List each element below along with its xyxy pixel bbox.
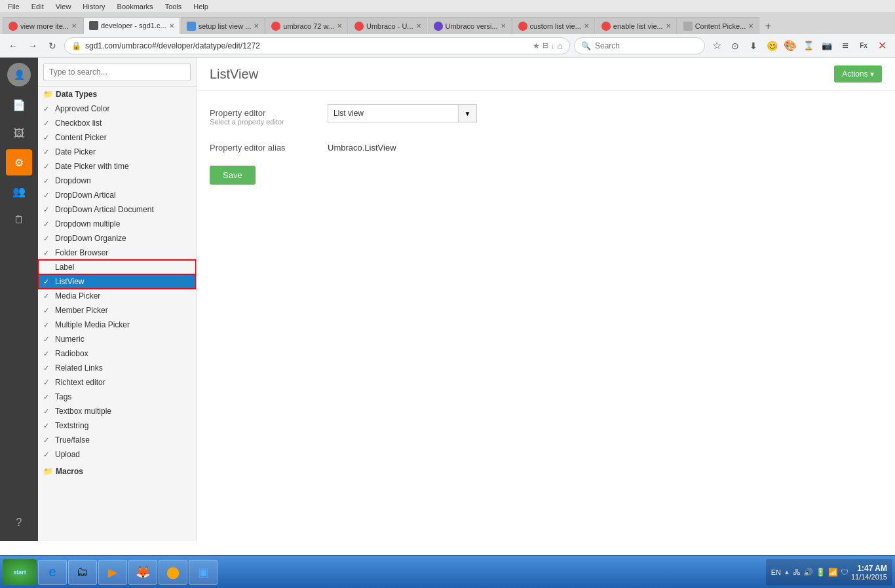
tree-item[interactable]: ✓ListView (38, 274, 196, 289)
back-button[interactable]: ← (5, 38, 21, 54)
forward-button[interactable]: → (25, 38, 41, 54)
chevron-up-icon[interactable]: ▲ (784, 568, 790, 576)
tree-item[interactable]: ✓Dropdown multiple (38, 217, 196, 231)
taskbar-app6[interactable]: ▣ (189, 560, 218, 585)
taskbar-explorer[interactable]: 🗂 (68, 560, 97, 585)
nav-tools: ☆ ⊙ ⬇ 😊 🎨 ⌛ 📷 ≡ Fx ✕ (709, 38, 890, 54)
tab-3[interactable]: setup list view ... ✕ (181, 17, 265, 34)
tree-item[interactable]: ✓Date Picker with time (38, 159, 196, 174)
fx-icon[interactable]: Fx (856, 38, 871, 54)
refresh-button[interactable]: ↻ (45, 38, 60, 54)
sidebar-icon-help[interactable]: ? (6, 509, 32, 536)
screenshot-icon[interactable]: 📷 (819, 38, 835, 54)
tab-9[interactable]: Content Picke... ✕ (677, 17, 760, 34)
tab-6-close[interactable]: ✕ (501, 22, 506, 29)
tree-item[interactable]: ✓Tags (38, 390, 196, 404)
tree-item[interactable]: ✓Folder Browser (38, 246, 196, 260)
select-arrow[interactable]: ▼ (459, 104, 477, 122)
tree-item[interactable]: ✓Textstring (38, 418, 196, 433)
tab-6-label: Umbraco versi... (446, 22, 498, 30)
menu-view[interactable]: View (50, 0, 77, 13)
tab-4[interactable]: umbraco 72 w... ✕ (265, 17, 348, 34)
tree-item[interactable]: ✓Multiple Media Picker (38, 318, 196, 332)
tree-item[interactable]: ✓DropDown Artical (38, 188, 196, 202)
tab-1-close[interactable]: ✕ (71, 22, 77, 29)
taskbar-ie[interactable]: e (38, 560, 67, 585)
sidebar-icon-forms[interactable]: 🗒 (6, 207, 32, 233)
tab-7[interactable]: custom list vie... ✕ (512, 17, 595, 34)
tab-2[interactable]: developer - sgd1.c... ✕ (83, 17, 180, 34)
menu-file[interactable]: File (3, 0, 25, 13)
tab-4-close[interactable]: ✕ (337, 22, 342, 29)
tree-item[interactable]: ✓Date Picker (38, 145, 196, 159)
menu-bookmarks[interactable]: Bookmarks (112, 0, 159, 13)
star-icon[interactable]: ★ (533, 41, 540, 50)
history-icon[interactable]: ⌛ (801, 38, 816, 54)
search-bar[interactable]: 🔍 (574, 37, 705, 54)
palette-icon[interactable]: 🎨 (782, 38, 798, 54)
tree-item[interactable]: ✓True/false (38, 433, 196, 447)
tree-item[interactable]: ✓Approved Color (38, 101, 196, 116)
sidebar-icon-users[interactable]: 👥 (6, 178, 32, 204)
profile-icon[interactable]: 😊 (764, 38, 780, 54)
tree-item[interactable]: ✓Richtext editor (38, 375, 196, 390)
menu-help[interactable]: Help (188, 0, 214, 13)
tree-item[interactable]: ✓Content Picker (38, 130, 196, 145)
new-tab-button[interactable]: + (760, 18, 776, 34)
tab-8-close[interactable]: ✕ (666, 22, 671, 29)
avatar[interactable]: 👤 (7, 63, 31, 86)
tab-5[interactable]: Umbraco - U... ✕ (349, 17, 427, 34)
home-icon[interactable]: ⌂ (558, 41, 563, 51)
tree-item[interactable]: ✓Radiobox (38, 346, 196, 361)
tree-item[interactable]: ✓DropDown Organize (38, 231, 196, 246)
sidebar-icon-media[interactable]: 🖼 (6, 120, 32, 147)
tab-1[interactable]: view more ite... ✕ (3, 17, 83, 34)
tree-item[interactable]: ✓Upload (38, 447, 196, 462)
taskbar-firefox[interactable]: 🦊 (128, 560, 157, 585)
tab-6[interactable]: Umbraco versi... ✕ (428, 17, 512, 34)
tab-3-close[interactable]: ✕ (254, 22, 259, 29)
actions-button[interactable]: Actions ▾ (834, 65, 882, 83)
sync-icon[interactable]: ⊙ (727, 38, 743, 54)
search-input[interactable] (595, 41, 698, 50)
property-editor-row: Property editor Select a property editor… (210, 104, 882, 126)
tree-item[interactable]: ✓Member Picker (38, 303, 196, 318)
tree-search-input[interactable] (43, 63, 191, 81)
start-button[interactable]: start (3, 559, 37, 585)
sidebar-icon-content[interactable]: 📄 (6, 92, 32, 118)
menu-history[interactable]: History (77, 0, 110, 13)
section-data-types[interactable]: 📁 Data Types (38, 87, 196, 101)
overflow-icon[interactable]: ≡ (837, 38, 853, 54)
tree-item[interactable]: ✓Numeric (38, 332, 196, 346)
tree-item-label: Content Picker (55, 133, 191, 142)
volume-icon[interactable]: 🔊 (803, 568, 813, 577)
reader-icon[interactable]: ⊟ (543, 41, 548, 50)
tab-5-close[interactable]: ✕ (416, 22, 421, 29)
address-bar[interactable]: 🔒 sgd1.com/umbraco#/developer/datatype/e… (64, 37, 570, 54)
sidebar-icon-settings[interactable]: ⚙ (6, 149, 32, 175)
pocket-icon[interactable]: ⬇ (746, 38, 761, 54)
save-button[interactable]: Save (210, 166, 256, 185)
tab-7-close[interactable]: ✕ (584, 22, 589, 29)
tab-9-close[interactable]: ✕ (748, 22, 753, 29)
menu-tools[interactable]: Tools (160, 0, 187, 13)
firefox-close[interactable]: ✕ (874, 38, 890, 54)
menu-edit[interactable]: Edit (26, 0, 49, 13)
taskbar-app5[interactable]: ⬤ (159, 560, 187, 585)
section-macros[interactable]: 📁 Macros (38, 464, 196, 479)
tree-item[interactable]: Label (38, 260, 196, 274)
tab-2-close[interactable]: ✕ (169, 22, 174, 29)
tree-item[interactable]: ✓Checkbox list (38, 116, 196, 130)
tree-item[interactable]: ✓Textbox multiple (38, 404, 196, 418)
download-icon[interactable]: ↓ (551, 42, 555, 50)
check-icon: ✓ (43, 422, 52, 430)
tree-item[interactable]: ✓Media Picker (38, 289, 196, 303)
tree-item[interactable]: ✓Dropdown (38, 174, 196, 188)
taskbar-mediaplayer[interactable]: ▶ (98, 560, 127, 585)
tree-item[interactable]: ✓Related Links (38, 361, 196, 375)
tree-item[interactable]: ✓DropDown Artical Document (38, 202, 196, 217)
tab-8[interactable]: enable list vie... ✕ (596, 17, 677, 34)
property-editor-select[interactable]: List view (328, 104, 459, 122)
bookmarks-icon[interactable]: ☆ (709, 38, 725, 54)
tree-item-label: DropDown Organize (55, 234, 191, 243)
